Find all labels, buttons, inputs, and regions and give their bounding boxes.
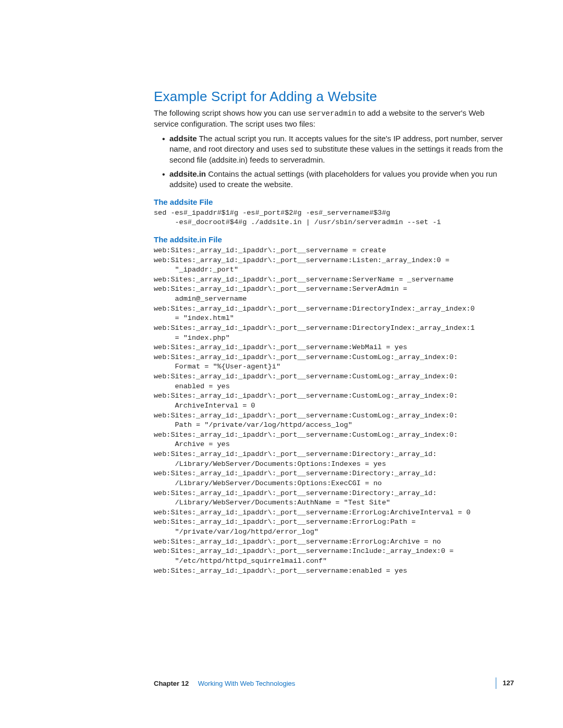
footer-left: Chapter 12 Working With Web Technologies	[154, 680, 295, 687]
bullet-name: addsite.in	[169, 169, 206, 178]
bullet-name: addsite	[169, 134, 197, 143]
intro-paragraph: The following script shows how you can u…	[154, 108, 511, 129]
chapter-title: Working With Web Technologies	[198, 680, 295, 687]
intro-text-a: The following script shows how you can u…	[154, 108, 308, 117]
section-heading-addsite-in: The addsite.in File	[154, 235, 511, 244]
code-block-addsite: sed -es#_ipaddr#$1#g -es#_port#$2#g -es#…	[154, 208, 511, 228]
list-item: addsite.in Contains the actual settings …	[162, 169, 511, 190]
chapter-label: Chapter 12	[154, 680, 189, 687]
bullet-mono: sed	[290, 145, 303, 154]
bullet-list: addsite The actual script you run. It ac…	[154, 133, 511, 190]
page-number: 127	[496, 677, 514, 689]
code-block-addsite-in: web:Sites:_array_id:_ipaddr\:_port__serv…	[154, 246, 511, 576]
bullet-text-a: Contains the actual settings (with place…	[169, 169, 497, 189]
list-item: addsite The actual script you run. It ac…	[162, 133, 511, 165]
page-title: Example Script for Adding a Website	[154, 89, 511, 105]
page-footer: Chapter 12 Working With Web Technologies…	[154, 677, 514, 689]
section-heading-addsite: The addsite File	[154, 198, 511, 206]
intro-command: serveradmin	[308, 109, 356, 118]
page: Example Script for Adding a Website The …	[0, 0, 563, 728]
